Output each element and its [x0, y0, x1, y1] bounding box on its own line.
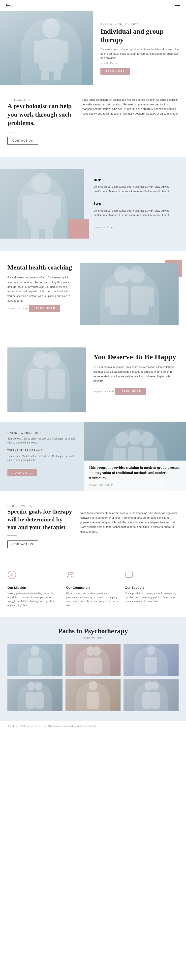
svg-rect-1 [39, 39, 64, 72]
svg-point-12 [29, 175, 42, 191]
happy-left [8, 347, 86, 412]
hero-section: BEST ONLINE THERAPY Individual and group… [0, 11, 186, 85]
svg-point-25 [141, 431, 154, 447]
svg-point-35 [87, 646, 95, 656]
weekend-programs-tag: WEEKEND PROGRAMS [8, 449, 76, 452]
svg-rect-21 [28, 369, 45, 399]
svg-point-23 [116, 431, 129, 447]
happy-learn-more-button[interactable]: LEARN MORE [115, 388, 146, 395]
svg-point-13 [114, 266, 130, 283]
hamburger-button[interactable] [175, 4, 180, 7]
workshops-read-more-button[interactable]: READ MORE [8, 469, 37, 476]
services-right: Vitae tortor condimentum lacinia quis ve… [80, 503, 178, 534]
workshops-section: ONLINE WORKSHOPS Sample text. Click to s… [0, 422, 186, 491]
services-tag: OUR SERVICES [8, 504, 32, 508]
svg-point-20 [45, 351, 60, 368]
hero-read-more-button[interactable]: READ MORE [101, 68, 130, 75]
path-image-4 [8, 679, 63, 711]
path-image-2 [66, 644, 120, 676]
svg-rect-11 [45, 228, 53, 239]
two-label: two [94, 201, 176, 207]
svg-point-0 [42, 18, 60, 38]
mission-icon [8, 570, 18, 580]
path-image-3 [123, 644, 178, 676]
svg-rect-44 [35, 692, 44, 709]
svg-point-47 [144, 681, 152, 690]
happy-body: Ut enim ad minim veniam, quis nostrud ex… [93, 365, 178, 383]
svg-point-14 [129, 266, 145, 283]
paths-section: Paths to Psychotherapy Images from Freep… [0, 617, 186, 721]
paths-title: Paths to Psychotherapy [8, 627, 178, 635]
svg-point-24 [128, 430, 141, 445]
svg-rect-16 [131, 286, 149, 315]
two-text: Vel fringilla est ullamcorper eget nulla… [94, 208, 176, 218]
svg-rect-40 [145, 657, 157, 674]
support-title: Our Support [125, 586, 178, 590]
services-contact-us-button[interactable]: CONTACT US [8, 541, 38, 548]
mission-title: Our Mission [8, 586, 61, 590]
services-section: OUR SERVICES Specific goals for therapy … [0, 491, 186, 560]
svg-rect-34 [28, 657, 42, 675]
path-image-5 [66, 679, 120, 711]
svg-rect-46 [87, 692, 99, 709]
svg-point-33 [30, 646, 39, 656]
svg-point-19 [33, 351, 48, 368]
coaching-body: Give sincere compliments often. You can … [8, 275, 73, 303]
happy-right: You Deserve To Be Happy Ut enim ad minim… [93, 347, 178, 395]
counselors-text: We are passionate and compassionate prof… [66, 592, 120, 607]
coaching-learn-more-button[interactable]: LEARN MORE [29, 305, 60, 312]
one-text: Vel fringilla est ullamcorper eget nulla… [94, 185, 176, 194]
one-label: one [94, 177, 176, 182]
numbered-item-one: one Vel fringilla est ullamcorper eget n… [94, 177, 176, 194]
svg-point-41 [27, 681, 35, 690]
nav-logo: logo [6, 3, 14, 7]
coaching-image [80, 263, 178, 325]
workshops-overlay: This program provides training in modern… [84, 461, 186, 491]
numbered-content: one Vel fringilla est ullamcorper eget n… [84, 169, 186, 239]
numbered-item-two: two Vel fringilla est ullamcorper eget n… [94, 201, 176, 218]
three-col-section: Our Mission Making professional counseli… [0, 560, 186, 617]
footer-sample-text: Sample text. Click to select the text bo… [8, 725, 97, 727]
services-title: Specific goals for therapy will be deter… [8, 508, 73, 531]
info-contact-us-button[interactable]: CONTACT US [8, 137, 38, 145]
numbered-image-wrap [0, 169, 84, 239]
navbar: logo [0, 0, 186, 11]
online-workshops-sample: Sample text. Click to select the text bo… [8, 437, 76, 445]
svg-point-36 [93, 646, 101, 656]
svg-rect-8 [22, 195, 29, 219]
coaching-credit: Images from Freepik [8, 307, 28, 310]
hero-title: Individual and group therapy [101, 27, 180, 44]
svg-rect-18 [149, 287, 154, 307]
svg-rect-43 [26, 692, 35, 709]
svg-rect-17 [105, 287, 110, 307]
support-col: Our Support Our support team is always h… [125, 570, 178, 607]
svg-rect-32 [126, 572, 133, 578]
counselors-col: Our Counselors We are passionate and com… [66, 570, 120, 607]
svg-point-48 [151, 681, 159, 690]
support-text: Our support team is always here to answe… [125, 592, 178, 603]
happy-credit: Images from Freepik [93, 390, 114, 393]
info-divider [8, 132, 18, 132]
svg-rect-37 [84, 657, 94, 674]
svg-point-29 [8, 571, 16, 579]
svg-point-39 [147, 645, 155, 655]
workshops-overlay-credit: IMAGE FROM FREEPIK [89, 484, 113, 486]
counselors-title: Our Counselors [66, 586, 120, 590]
numbered-section: one Vel fringilla est ullamcorper eget n… [0, 157, 186, 251]
path-image-6 [123, 679, 178, 711]
svg-rect-3 [62, 41, 69, 63]
coaching-title: Mental health coaching [8, 263, 73, 272]
svg-rect-38 [92, 657, 102, 674]
coaching-right [80, 263, 178, 325]
workshops-overlay-title: This program provides training in modern… [89, 465, 181, 480]
svg-point-45 [89, 681, 97, 690]
numbered-credit: Images from Freepik [94, 226, 114, 228]
mission-divider [8, 583, 15, 583]
support-divider [125, 583, 132, 583]
workshops-left: ONLINE WORKSHOPS Sample text. Click to s… [0, 422, 84, 491]
footer: Sample text. Click to select the text bo… [0, 721, 186, 731]
svg-rect-15 [110, 286, 128, 315]
info-body: Vitae tortor condimentum lacinia quis ve… [82, 97, 178, 116]
hero-body: Duis aute irure dolor in reprehenderit i… [101, 47, 180, 60]
paths-grid [8, 644, 178, 711]
